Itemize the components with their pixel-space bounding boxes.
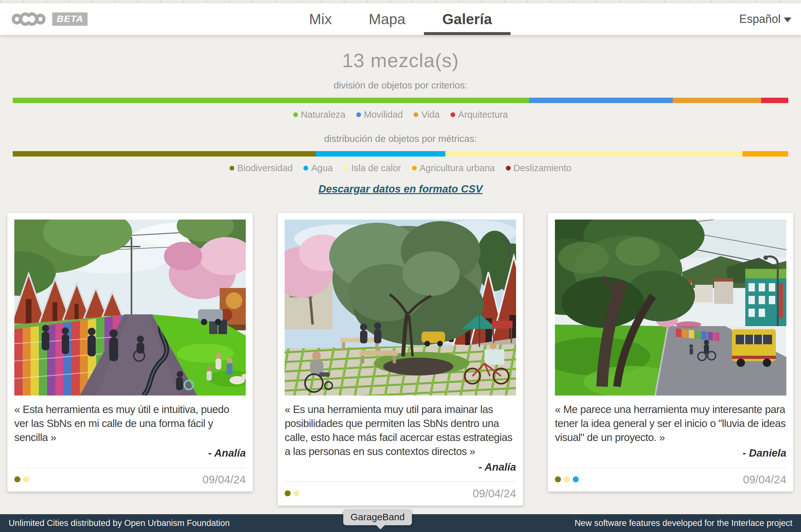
beta-badge: BETA	[52, 13, 88, 26]
legend-label: Agricultura urbana	[420, 163, 495, 173]
movilidad-dot-icon	[356, 112, 361, 117]
footer-left-text: Unlimited Cities distributed by Open Urb…	[8, 518, 230, 528]
tab-mix[interactable]: Mix	[291, 3, 351, 35]
card-photo-tree-street	[555, 220, 786, 396]
criteria-stacked-bar	[13, 98, 788, 103]
metric-dot-biodiversidad	[14, 476, 20, 482]
biodiversidad-dot-icon	[229, 166, 234, 171]
card-metric-dots	[555, 476, 579, 482]
metrics-caption: distribución de objetos por métricas:	[0, 133, 801, 144]
legend-label: Naturaleza	[301, 110, 346, 120]
gallery-card[interactable]: « Me parece una herramienta muy interesa…	[548, 213, 793, 492]
gallery-card[interactable]: « Esta herramienta es muy útil e intuiti…	[7, 213, 253, 492]
legend-item-arquitectura: Arquitectura	[450, 110, 508, 120]
card-author: - Analía	[285, 461, 516, 473]
bar-segment-agricultura-urbana	[742, 151, 788, 156]
metrics-stacked-bar	[13, 151, 788, 156]
nav-tabs: Mix Mapa Galería	[291, 3, 511, 35]
tab-mapa[interactable]: Mapa	[350, 3, 424, 35]
legend-label: Biodiversidad	[237, 163, 293, 173]
legend-item-naturaleza: Naturaleza	[293, 110, 346, 120]
metric-dot-isla-de-calor	[294, 490, 300, 496]
legend-item-deslizamiento: Deslizamiento	[506, 163, 572, 173]
metric-dot-agua	[573, 476, 579, 482]
metric-dot-biodiversidad	[285, 490, 291, 496]
header: BETA Mix Mapa Galería Español	[0, 3, 801, 35]
legend-label: Vida	[421, 110, 440, 120]
main-content: 13 mezcla(s) división de objetos por cri…	[0, 35, 801, 506]
language-label: Español	[739, 13, 781, 26]
tab-galeria[interactable]: Galería	[424, 3, 510, 35]
card-photo-tree-plaza	[285, 220, 516, 396]
bar-segment-arquitectura	[761, 98, 788, 103]
legend-label: Movilidad	[364, 110, 403, 120]
legend-item-isla-de-calor: Isla de calor	[343, 163, 401, 173]
metrics-legend: BiodiversidadAguaIsla de calorAgricultur…	[0, 163, 801, 173]
bar-segment-naturaleza	[13, 98, 529, 103]
gallery-cards: « Esta herramienta es muy útil e intuiti…	[7, 213, 794, 506]
card-divider	[555, 468, 786, 468]
card-footer: 09/04/24	[285, 487, 516, 500]
card-metric-dots	[285, 490, 300, 496]
card-footer: 09/04/24	[14, 473, 246, 487]
download-csv-link[interactable]: Descargar datos en formato CSV	[318, 183, 482, 195]
isla-de-calor-dot-icon	[343, 166, 348, 171]
bar-segment-agua	[316, 151, 445, 156]
bar-segment-vida	[673, 98, 761, 103]
legend-item-biodiversidad: Biodiversidad	[229, 163, 293, 173]
naturaleza-dot-icon	[293, 112, 298, 117]
card-author: - Analía	[14, 447, 246, 459]
legend-item-vida: Vida	[413, 110, 440, 120]
page-title: 13 mezcla(s)	[0, 49, 801, 72]
metric-dot-isla-de-calor	[564, 476, 570, 482]
legend-label: Arquitectura	[458, 110, 508, 120]
legend-item-agricultura-urbana: Agricultura urbana	[412, 163, 495, 173]
card-footer: 09/04/24	[555, 473, 786, 487]
legend-label: Isla de calor	[351, 163, 401, 173]
bar-segment-isla-de-calor	[445, 151, 742, 156]
criteria-caption: división de objetos por criterios:	[0, 80, 801, 91]
card-quote: « Esta herramienta es muy útil e intuiti…	[14, 402, 246, 444]
arquitectura-dot-icon	[450, 112, 455, 117]
card-divider	[14, 468, 246, 468]
card-date: 09/04/24	[743, 473, 786, 486]
card-date: 09/04/24	[473, 487, 516, 500]
footer-right-text: New software features developed for the …	[575, 518, 793, 528]
deslizamiento-dot-icon	[506, 166, 511, 171]
csv-row: Descargar datos en formato CSV	[0, 183, 801, 195]
gallery-card[interactable]: « Es una herramienta muy util para imain…	[278, 213, 523, 506]
card-metric-dots	[14, 476, 29, 482]
criteria-legend: NaturalezaMovilidadVidaArquitectura	[0, 110, 801, 120]
card-photo-canal-street	[14, 220, 246, 396]
legend-label: Agua	[311, 163, 333, 173]
card-author: - Daniela	[555, 447, 786, 459]
vida-dot-icon	[413, 112, 418, 117]
bar-segment-movilidad	[529, 98, 673, 103]
agua-dot-icon	[303, 166, 308, 171]
bar-segment-biodiversidad	[13, 151, 316, 156]
infinity-logo-icon	[11, 10, 46, 28]
card-quote: « Es una herramienta muy util para imain…	[285, 402, 516, 458]
chevron-down-icon	[784, 18, 791, 22]
card-divider	[285, 481, 516, 482]
legend-item-agua: Agua	[303, 163, 333, 173]
legend-label: Deslizamiento	[514, 163, 572, 173]
app-logo[interactable]: BETA	[11, 10, 88, 28]
dock-tooltip: GarageBand	[343, 510, 412, 525]
language-selector[interactable]: Español	[739, 13, 791, 26]
window-top-strip	[0, 0, 801, 3]
card-quote: « Me parece una herramienta muy interesa…	[555, 402, 786, 444]
metric-dot-isla-de-calor	[23, 476, 29, 482]
metric-dot-biodiversidad	[555, 476, 561, 482]
legend-item-movilidad: Movilidad	[356, 110, 403, 120]
agricultura-urbana-dot-icon	[412, 166, 417, 171]
card-date: 09/04/24	[203, 473, 246, 486]
